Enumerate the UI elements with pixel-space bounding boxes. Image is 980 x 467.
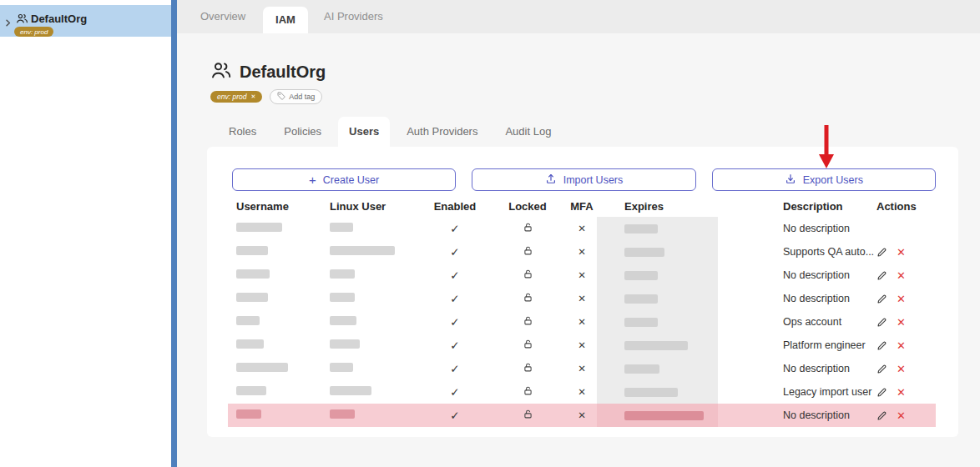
table-body: ✓ ✕ No description ✕ ✓ [228,217,936,427]
edit-user-button[interactable] [876,247,887,258]
users-icon [16,13,28,28]
tab-audit-log[interactable]: Audit Log [494,117,562,147]
enabled-check-icon: ✓ [422,357,488,380]
redacted-expires [624,224,658,234]
top-tab-bar: Overview IAM AI Providers [177,0,980,33]
tab-overview[interactable]: Overview [200,0,245,33]
row-actions: ✕ [875,380,936,404]
create-user-label: Create User [323,174,379,186]
env-badge: env: prod [14,27,53,37]
mfa-cross-icon: ✕ [567,357,597,380]
unlocked-padlock-icon [523,409,533,422]
users-table: Username Linux User Enabled Locked MFA E… [228,195,936,427]
table-row[interactable]: ✓ ✕ No description ✕ [228,357,936,380]
create-user-button[interactable]: + Create User [232,168,456,191]
add-tag-label: Add tag [289,93,315,101]
redacted-linux-user [330,316,356,325]
delete-user-button[interactable]: ✕ [897,339,906,352]
user-description: No description [718,223,875,234]
enabled-check-icon: ✓ [422,380,488,404]
enabled-check-icon: ✓ [422,404,488,427]
mfa-cross-icon: ✕ [567,240,597,264]
import-users-button[interactable]: Import Users [472,168,695,191]
delete-user-button[interactable]: ✕ [897,246,906,259]
user-description: No description [718,363,875,374]
tab-policies[interactable]: Policies [273,117,332,147]
row-actions: ✕ [875,287,936,310]
mfa-cross-icon: ✕ [567,287,597,310]
delete-user-button[interactable]: ✕ [897,293,906,305]
redacted-linux-user [330,363,353,372]
redacted-expires [624,411,704,420]
mfa-cross-icon: ✕ [567,217,597,240]
col-header-description: Description [718,200,875,213]
redacted-expires [624,318,658,327]
table-row[interactable]: ✓ ✕ No description ✕ [228,404,936,427]
edit-user-button[interactable] [876,387,887,398]
redacted-linux-user [330,223,353,232]
table-row[interactable]: ✓ ✕ No description ✕ [228,264,936,287]
mfa-cross-icon: ✕ [567,404,597,427]
table-row[interactable]: ✓ ✕ Platform engineer ✕ [228,334,936,357]
users-toolbar: + Create User Import Users [232,168,936,191]
tag-row: env: prod ✕ Add tag [210,89,322,104]
edit-user-button[interactable] [876,317,887,328]
enabled-check-icon: ✓ [422,310,488,334]
sidebar-item-defaultorg[interactable]: DefaultOrg env: prod [0,5,171,37]
users-icon [210,60,232,83]
edit-user-button[interactable] [876,270,887,281]
redacted-expires [624,364,659,374]
redacted-username [236,293,268,302]
panel-divider[interactable] [171,0,177,467]
user-description: Platform engineer [718,339,875,351]
tab-iam[interactable]: IAM [263,7,308,33]
table-row[interactable]: ✓ ✕ No description ✕ [228,287,936,310]
tab-ai-providers[interactable]: AI Providers [324,0,383,33]
mfa-cross-icon: ✕ [567,334,597,357]
col-header-linux-user: Linux User [321,200,422,213]
delete-user-button[interactable]: ✕ [897,269,906,282]
edit-user-button[interactable] [876,340,887,351]
export-users-label: Export Users [803,174,863,186]
tag-icon [277,92,285,102]
row-actions: ✕ [875,404,936,427]
delete-user-button[interactable]: ✕ [897,386,906,399]
redacted-username [236,269,270,279]
col-header-enabled: Enabled [422,200,488,213]
redacted-linux-user [330,386,371,395]
redacted-expires [624,271,658,280]
page-title: DefaultOrg [240,63,326,82]
table-row[interactable]: ✓ ✕ Ops account ✕ [228,310,936,334]
tab-roles[interactable]: Roles [218,117,267,147]
table-row[interactable]: ✓ ✕ No description ✕ [228,217,936,240]
edit-user-button[interactable] [876,294,887,304]
redacted-linux-user [330,409,355,419]
delete-user-button[interactable]: ✕ [897,363,906,375]
redacted-linux-user [330,269,355,279]
unlocked-padlock-icon [523,362,533,375]
delete-user-button[interactable]: ✕ [897,409,906,422]
user-description: No description [718,293,875,304]
delete-user-button[interactable]: ✕ [897,316,906,329]
user-description: Ops account [718,316,875,328]
table-row[interactable]: ✓ ✕ Supports QA auto... ✕ [228,240,936,264]
env-tag-badge[interactable]: env: prod ✕ [210,91,262,103]
add-tag-button[interactable]: Add tag [270,89,322,104]
env-tag-label: env: prod [217,93,246,101]
row-actions: ✕ [875,240,936,264]
unlocked-padlock-icon [523,222,533,235]
user-description: No description [718,269,875,281]
redacted-expires [624,248,664,257]
tab-users[interactable]: Users [338,117,390,147]
tab-auth-providers[interactable]: Auth Providers [396,117,488,147]
section-tab-bar: Roles Policies Users Auth Providers Audi… [218,117,562,147]
remove-tag-icon[interactable]: ✕ [250,93,255,100]
unlocked-padlock-icon [523,245,533,259]
export-users-button[interactable]: Export Users [712,168,936,191]
unlocked-padlock-icon [523,385,533,399]
main-content: Overview IAM AI Providers DefaultOrg env… [177,0,980,467]
edit-user-button[interactable] [876,364,887,374]
edit-user-button[interactable] [876,410,887,421]
table-row[interactable]: ✓ ✕ Legacy import user ✕ [228,380,936,404]
chevron-right-icon[interactable] [4,15,12,23]
